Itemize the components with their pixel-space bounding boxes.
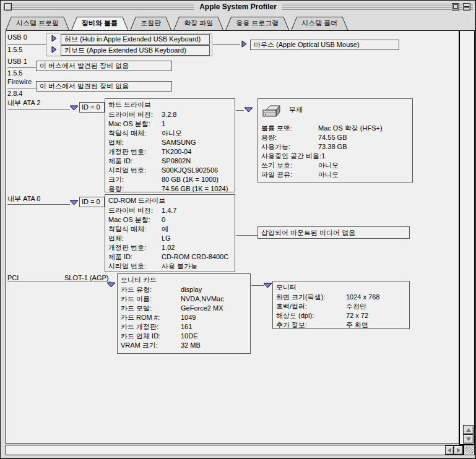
tab-label: 조절판 <box>130 17 171 30</box>
connector-line <box>7 44 46 45</box>
field-value: CD-ROM CRD-8400C <box>162 252 228 262</box>
apple-system-profiler-window: Apple System Profiler 시스템 프로필 장비와 볼륨 조절판… <box>0 0 476 459</box>
field-label: 카드 업체 ID: <box>121 332 181 341</box>
cdrom-title: CD-ROM 드라이브 <box>105 196 235 206</box>
field-value: 아니오 <box>162 129 182 138</box>
field-value: 1.4.7 <box>162 206 176 215</box>
field-value: 74.56 GB (1K = 1024) <box>162 184 228 192</box>
field-value: 주 화면 <box>346 320 368 329</box>
monitor-card-info-box: 모니터 카드 카드 유형:display 카드 이름:NVDA,NVMac 카드… <box>117 273 251 354</box>
no-media-box: 삽입되어 마운트된 미디어 없음 <box>257 226 410 239</box>
hard-disk-icon <box>262 104 282 121</box>
tab-control-panels[interactable]: 조절판 <box>130 17 171 30</box>
scroll-down-button[interactable] <box>463 434 474 444</box>
connector-line <box>251 285 264 286</box>
field-value: SP0802N <box>162 157 191 166</box>
volume-name[interactable]: 무제 <box>289 105 303 114</box>
ata2-id-box[interactable]: ID = 0 <box>79 102 105 113</box>
resize-grip[interactable] <box>464 445 475 455</box>
vertical-scrollbar[interactable] <box>459 30 475 445</box>
field-label: 흑백/컬러: <box>276 302 346 311</box>
field-label: 사용가능: <box>261 142 318 152</box>
disclosure-triangle-right-icon[interactable] <box>241 40 247 48</box>
disclosure-triangle-down-icon[interactable] <box>263 283 272 289</box>
horizontal-scrollbar[interactable] <box>6 445 464 455</box>
close-box[interactable] <box>4 3 12 11</box>
field-value: 161 <box>181 322 192 332</box>
usb-mouse-device-box[interactable]: 마우스 (Apple Optical USB Mouse) <box>250 40 399 50</box>
bus-firewire-version: 2.8.4 <box>7 90 22 97</box>
field-label: 해상도 (dpi): <box>276 311 346 320</box>
field-value: Mac OS 확장 (HFS+) <box>318 124 383 133</box>
field-label: 용량: <box>261 133 318 142</box>
disclosure-triangle-down-icon[interactable] <box>244 107 253 113</box>
field-label: 사용중인 공간 비율: <box>261 152 321 161</box>
field-label: 개정판 번호: <box>108 243 162 252</box>
field-value: 32 MB <box>181 341 201 350</box>
tab-bar: 시스템 프로필 장비와 볼륨 조절판 확장 파일 응용 프로그램 시스템 폴더 <box>6 17 350 30</box>
field-value: 1024 x 768 <box>346 293 379 302</box>
field-value: 0 <box>162 215 165 225</box>
field-label: 착탈식 매체: <box>108 129 162 138</box>
field-value: 73.38 GB <box>318 142 347 152</box>
cdrom-info-box: CD-ROM 드라이브 드라이버 버전:1.4.7 Mac OS 분할:0 착탈… <box>105 194 235 272</box>
field-value: GeForce2 MX <box>181 304 223 313</box>
bus-ata0-label: 내부 ATA 0 <box>7 194 40 204</box>
bus-firewire-label: Firewire <box>7 78 32 85</box>
bus-ata2-label: 내부 ATA 2 <box>7 98 40 108</box>
tab-label: 응용 프로그램 <box>225 17 289 30</box>
volume-info-box: 무제 볼륨 포맷:Mac OS 확장 (HFS+) 용량:74.55 GB 사용… <box>257 98 413 182</box>
field-value: 74.55 GB <box>318 133 347 142</box>
field-label: 추가 정보: <box>276 320 346 329</box>
device-tree-pane: USB 0 1.5.5 허브 (Hub in Apple Extended US… <box>6 30 459 444</box>
usb-keyboard-device-box[interactable]: 키보드 (Apple Extended USB Keyboard) <box>61 45 210 56</box>
disclosure-triangle-right-icon[interactable] <box>51 46 57 53</box>
disclosure-triangle-down-icon[interactable] <box>106 282 116 288</box>
field-label: 업체: <box>108 138 162 147</box>
tab-label: 시스템 폴더 <box>291 17 348 30</box>
usb-hub-device-box[interactable]: 허브 (Hub in Apple Extended USB Keyboard) <box>61 34 210 45</box>
field-value: SAMSUNG <box>162 138 196 147</box>
field-value: 3.2.8 <box>162 110 176 119</box>
hard-drive-info-box: 하드 드라이브 드라이버 버전:3.2.8 Mac OS 분할:1 착탈식 매체… <box>105 98 235 192</box>
tab-label: 확장 파일 <box>173 17 223 30</box>
monitor-card-title: 모니터 카드 <box>118 275 250 285</box>
field-label: 드라이버 버전: <box>108 206 162 215</box>
disclosure-triangle-down-icon[interactable] <box>69 200 79 206</box>
collapse-box[interactable] <box>463 3 470 11</box>
field-value: 10DE <box>181 332 198 341</box>
field-label: 볼륨 포맷: <box>261 124 318 133</box>
connector-line <box>7 67 36 68</box>
field-value: 수천만 <box>346 302 366 311</box>
scroll-left-button[interactable] <box>445 445 454 455</box>
field-label: 용량: <box>108 184 162 192</box>
tab-system-folders[interactable]: 시스템 폴더 <box>291 17 348 30</box>
field-label: 카드 ROM #: <box>121 313 181 322</box>
arrow-left-icon <box>448 448 451 453</box>
ata0-id-box[interactable]: ID = 0 <box>79 197 105 207</box>
field-label: 착탈식 매체: <box>108 225 162 234</box>
tab-devices-and-volumes[interactable]: 장비와 볼륨 <box>71 17 128 30</box>
field-label: 시리얼 번호: <box>108 166 162 175</box>
zoom-box[interactable] <box>452 3 459 11</box>
field-label: 카드 이름: <box>121 294 181 304</box>
field-label: 제품 ID: <box>108 157 162 166</box>
tab-system-profile[interactable]: 시스템 프로필 <box>6 17 69 30</box>
tab-label: 시스템 프로필 <box>6 17 69 30</box>
field-value: 아니오 <box>318 170 339 179</box>
tab-applications[interactable]: 응용 프로그램 <box>225 17 289 30</box>
title-bar[interactable]: Apple System Profiler <box>3 2 473 12</box>
scroll-up-button[interactable] <box>463 425 474 434</box>
tab-extensions[interactable]: 확장 파일 <box>173 17 223 30</box>
disclosure-triangle-down-icon[interactable] <box>69 105 79 111</box>
field-value: 1 <box>321 152 325 161</box>
hard-drive-title: 하드 드라이브 <box>105 100 235 110</box>
bus-usb1-label: USB 1 <box>7 58 27 65</box>
disclosure-triangle-right-icon[interactable] <box>51 35 57 42</box>
arrow-down-icon <box>466 437 471 441</box>
field-value: 80 GB (1K = 1000) <box>162 175 219 184</box>
bus-usb1-version: 1.5.5 <box>7 69 22 77</box>
field-label: 드라이버 버전: <box>108 110 162 119</box>
scroll-right-button[interactable] <box>454 445 463 455</box>
usb1-empty-box: 이 버스에서 발견된 장비 없음 <box>36 61 172 71</box>
